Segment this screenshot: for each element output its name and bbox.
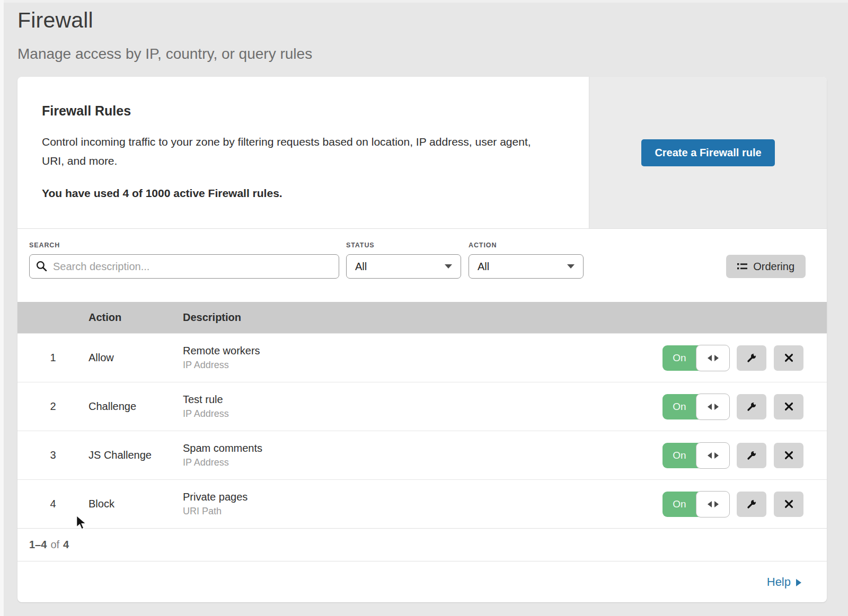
rule-description: Private pages (183, 491, 652, 503)
create-firewall-rule-button[interactable]: Create a Firewall rule (641, 139, 774, 166)
close-icon (784, 499, 794, 509)
wrench-icon (746, 498, 757, 510)
action-label: ACTION (469, 242, 584, 249)
page-subtitle: Manage access by IP, country, or query r… (17, 46, 827, 63)
rule-enabled-toggle[interactable]: On (662, 345, 729, 371)
rule-controls: On (652, 394, 827, 419)
help-link-label: Help (767, 575, 791, 589)
delete-rule-button[interactable] (774, 394, 803, 419)
arrow-left-icon (708, 501, 712, 507)
toggle-knob[interactable] (696, 442, 730, 469)
filter-bar: SEARCH STATUS All ACTION (17, 229, 827, 302)
card-title: Firewall Rules (42, 103, 564, 119)
rule-action: Allow (89, 352, 183, 364)
firewall-rules-intro: Firewall Rules Control incoming traffic … (17, 77, 827, 229)
intro-text-panel: Firewall Rules Control incoming traffic … (17, 77, 589, 228)
close-icon (784, 353, 794, 363)
arrow-right-icon (714, 404, 719, 410)
rule-action: JS Challenge (89, 449, 183, 461)
rule-priority: 2 (17, 400, 89, 413)
rules-table-header: Action Description (17, 302, 827, 333)
rule-description-cell: Private pages URI Path (183, 491, 652, 517)
rule-enabled-toggle[interactable]: On (662, 443, 729, 468)
column-header-description: Description (183, 311, 652, 324)
action-selected-value: All (478, 261, 489, 273)
pagination-total: 4 (63, 539, 69, 551)
toggle-on-label: On (662, 443, 696, 468)
rule-description: Remote workers (183, 345, 652, 357)
rule-enabled-toggle[interactable]: On (662, 492, 729, 517)
edit-rule-button[interactable] (737, 394, 766, 419)
status-dropdown[interactable]: All (346, 254, 461, 279)
table-row: 1 Allow Remote workers IP Address On (17, 333, 827, 382)
pagination-range: 1–4 (29, 539, 47, 551)
firewall-page: Firewall Manage access by IP, country, o… (0, 0, 848, 602)
chevron-down-icon (567, 264, 575, 269)
arrow-left-icon (708, 452, 712, 459)
rule-controls: On (652, 492, 827, 517)
rule-controls: On (652, 443, 827, 468)
rule-controls: On (652, 345, 827, 371)
create-rule-panel: Create a Firewall rule (589, 77, 827, 228)
rule-description: Spam comments (183, 442, 652, 454)
arrow-right-icon (714, 501, 719, 507)
arrow-right-icon (714, 452, 719, 459)
ordering-button-label: Ordering (753, 261, 794, 273)
pagination-summary: 1–4 of 4 (17, 528, 827, 561)
search-field-wrap (29, 254, 339, 279)
delete-rule-button[interactable] (774, 492, 803, 517)
toggle-on-label: On (662, 492, 696, 517)
toggle-knob[interactable] (696, 345, 730, 371)
search-input[interactable] (29, 254, 339, 279)
action-group: ACTION All (469, 242, 584, 279)
edit-rule-button[interactable] (737, 492, 766, 517)
close-icon (784, 450, 794, 460)
card-footer: Help (17, 561, 827, 602)
arrow-left-icon (708, 404, 712, 410)
search-label: SEARCH (29, 242, 339, 249)
close-icon (784, 401, 794, 412)
search-icon (36, 261, 47, 272)
rule-enabled-toggle[interactable]: On (662, 394, 729, 419)
table-row: 4 Block Private pages URI Path On (17, 479, 827, 528)
card-description: Control incoming traffic to your zone by… (42, 132, 543, 171)
toggle-knob[interactable] (696, 394, 730, 420)
wrench-icon (746, 401, 757, 413)
arrow-right-icon (796, 579, 801, 586)
page-title: Firewall (17, 6, 827, 33)
rule-match-type: URI Path (183, 506, 652, 517)
rule-description-cell: Remote workers IP Address (183, 345, 652, 371)
edit-rule-button[interactable] (737, 345, 766, 371)
table-row: 2 Challenge Test rule IP Address On (17, 382, 827, 431)
rule-match-type: IP Address (183, 360, 652, 371)
table-row: 3 JS Challenge Spam comments IP Address … (17, 431, 827, 479)
rule-match-type: IP Address (183, 408, 652, 419)
status-selected-value: All (355, 261, 367, 273)
rule-description: Test rule (183, 394, 652, 406)
usage-summary: You have used 4 of 1000 active Firewall … (42, 187, 564, 200)
status-group: STATUS All (346, 242, 461, 279)
status-label: STATUS (346, 242, 461, 249)
delete-rule-button[interactable] (774, 443, 803, 468)
search-group: SEARCH (29, 242, 339, 279)
rule-priority: 1 (17, 352, 89, 364)
column-header-action: Action (89, 311, 183, 324)
rule-action: Block (89, 498, 183, 510)
arrow-left-icon (708, 355, 712, 361)
wrench-icon (746, 352, 757, 364)
toggle-knob[interactable] (696, 491, 730, 517)
rule-match-type: IP Address (183, 457, 652, 468)
rule-priority: 4 (17, 498, 89, 510)
rule-priority: 3 (17, 449, 89, 461)
toggle-on-label: On (662, 345, 696, 371)
chevron-down-icon (445, 264, 452, 269)
help-link[interactable]: Help (767, 575, 801, 589)
edit-rule-button[interactable] (737, 443, 766, 468)
action-dropdown[interactable]: All (469, 254, 584, 279)
rule-description-cell: Test rule IP Address (183, 394, 652, 419)
delete-rule-button[interactable] (774, 345, 803, 371)
ordering-button[interactable]: Ordering (726, 255, 806, 278)
arrow-right-icon (714, 355, 719, 361)
pagination-of: of (50, 539, 59, 551)
firewall-rules-card: Firewall Rules Control incoming traffic … (17, 77, 827, 602)
